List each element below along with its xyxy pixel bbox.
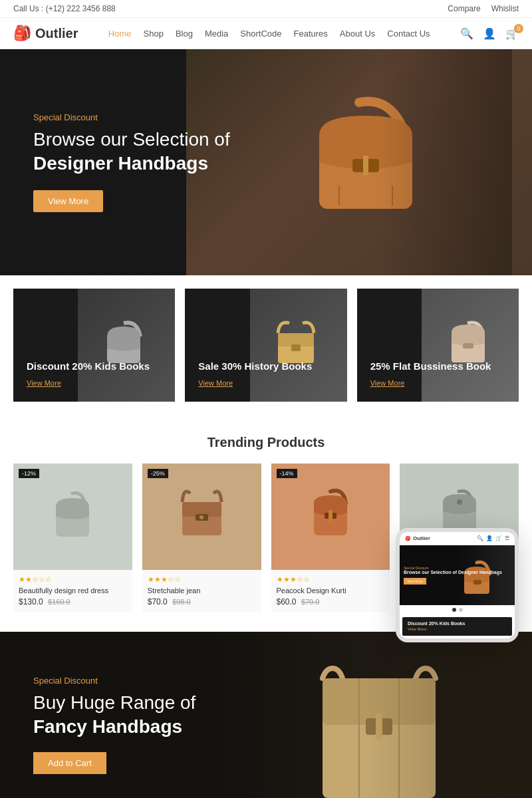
header-icons: 🔍 👤 🛒0 xyxy=(460,27,519,40)
hero-title: Browse our Selection of Designer Handbag… xyxy=(33,128,230,176)
nav-about[interactable]: About Us xyxy=(340,29,375,39)
promo-card-2: Sale 30% History Books View More xyxy=(185,289,346,402)
phone-label: Call Us : (+12) 222 3456 888 xyxy=(13,4,116,13)
handbag-title-line1: Buy Huge Range of xyxy=(33,692,196,713)
mobile-logo: Outlier xyxy=(413,535,430,541)
promo-2-link[interactable]: View More xyxy=(198,379,233,387)
nav-blog[interactable]: Blog xyxy=(176,29,193,39)
handbag-banner-content: Special Discount Buy Huge Range of Fancy… xyxy=(0,676,229,775)
hero-view-more-button[interactable]: View More xyxy=(33,190,103,212)
nav-shop[interactable]: Shop xyxy=(144,29,164,39)
promo-section: Discount 20% Kids Books View More Sale 3… xyxy=(0,275,532,415)
svg-rect-8 xyxy=(291,344,301,351)
product-3-image xyxy=(307,483,354,550)
handbag-banner-label: Special Discount xyxy=(33,676,196,686)
mobile-hero-btn[interactable]: View More xyxy=(404,578,426,585)
promo-3-title: 25% Flat Bussiness Book xyxy=(370,360,505,373)
mobile-promo-link[interactable]: View More xyxy=(408,627,426,631)
nav-contact[interactable]: Contact Us xyxy=(387,29,430,39)
compare-link[interactable]: Compare xyxy=(448,4,480,13)
cart-icon[interactable]: 🛒0 xyxy=(505,27,519,40)
product-2-name: Stretchable jean xyxy=(148,587,256,595)
product-2-price: $70.0 $98.0 xyxy=(148,597,256,606)
promo-1-link[interactable]: View More xyxy=(27,379,61,387)
product-1-price: $130.0 $160.0 xyxy=(19,597,127,606)
header: 🎒 Outlier Home Shop Blog Media ShortCode… xyxy=(0,18,532,49)
mobile-preview: 🎒 Outlier 🔍 👤 🛒 ☰ xyxy=(396,528,519,642)
product-2-discount: -25% xyxy=(148,469,168,478)
product-3-name: Peacock Design Kurti xyxy=(277,587,385,595)
hero-title-line1: Browse our Selection of xyxy=(33,129,230,150)
topbar: Call Us : (+12) 222 3456 888 Compare Whi… xyxy=(0,0,532,18)
svg-point-17 xyxy=(200,515,203,519)
mobile-search-icon: 🔍 xyxy=(477,535,483,541)
mobile-promo-title: Discount 20% Kids Books xyxy=(408,621,507,626)
product-1-image xyxy=(49,483,96,550)
hero-label: Special Discount xyxy=(33,112,230,122)
nav-media[interactable]: Media xyxy=(205,29,228,39)
wishlist-link[interactable]: Whislist xyxy=(491,4,519,13)
search-icon[interactable]: 🔍 xyxy=(460,27,473,40)
hero-banner: Special Discount Browse our Selection of… xyxy=(0,49,532,275)
promo-2-title: Sale 30% History Books xyxy=(198,360,333,373)
handbag-banner: Special Discount Buy Huge Range of Fancy… xyxy=(0,632,532,798)
trending-title: Trending Products xyxy=(13,435,519,450)
product-card-1[interactable]: -12% ★★☆☆☆ Beautifully design red dress … xyxy=(13,464,132,612)
svg-rect-2 xyxy=(363,156,368,176)
mobile-menu-icon: ☰ xyxy=(505,535,509,541)
nav-home[interactable]: Home xyxy=(108,29,132,39)
cart-count: 0 xyxy=(514,24,523,33)
product-3-stars: ★★★☆☆ xyxy=(277,575,385,584)
promo-card-1: Discount 20% Kids Books View More xyxy=(13,289,175,402)
mobile-hero-title: Browse our Selection of Designer Handbag… xyxy=(404,570,502,575)
product-3-price: $60.0 $70.0 xyxy=(277,597,385,606)
promo-1-title: Discount 20% Kids Books xyxy=(27,360,162,373)
svg-rect-20 xyxy=(329,510,332,522)
nav-features[interactable]: Features xyxy=(294,29,328,39)
main-nav: Home Shop Blog Media ShortCode Features … xyxy=(108,29,430,39)
promo-card-3: 25% Flat Bussiness Book View More xyxy=(357,289,519,402)
mobile-user-icon: 👤 xyxy=(486,535,493,541)
promo-3-link[interactable]: View More xyxy=(370,379,405,387)
handbag-banner-title: Buy Huge Range of Fancy Handbags xyxy=(33,691,196,739)
mobile-cart-icon: 🛒 xyxy=(495,535,502,541)
svg-rect-10 xyxy=(463,343,473,348)
product-2-image xyxy=(177,483,227,550)
product-card-2[interactable]: -25% ★★★☆☆ Stretchable jean $70.0 $98.0 xyxy=(142,464,261,612)
product-1-stars: ★★☆☆☆ xyxy=(19,575,127,584)
product-3-discount: -14% xyxy=(277,469,297,478)
handbag-add-to-cart-button[interactable]: Add to Cart xyxy=(33,752,106,774)
hero-title-line2: Designer Handbags xyxy=(33,153,208,174)
logo-icon: 🎒 xyxy=(13,25,31,42)
product-2-stars: ★★★☆☆ xyxy=(148,575,256,584)
logo[interactable]: 🎒 Outlier xyxy=(13,25,78,42)
nav-shortcode[interactable]: ShortCode xyxy=(240,29,281,39)
logo-text: Outlier xyxy=(35,26,78,41)
hero-content: Special Discount Browse our Selection of… xyxy=(0,112,263,213)
product-1-name: Beautifully design red dress xyxy=(19,587,127,595)
product-1-discount: -12% xyxy=(19,469,39,478)
user-icon[interactable]: 👤 xyxy=(483,27,496,40)
svg-point-22 xyxy=(457,499,462,505)
handbag-title-line2: Fancy Handbags xyxy=(33,716,182,737)
product-card-3[interactable]: -14% ★★★☆☆ Peacock Design Kurti $60.0 $7… xyxy=(271,464,390,612)
